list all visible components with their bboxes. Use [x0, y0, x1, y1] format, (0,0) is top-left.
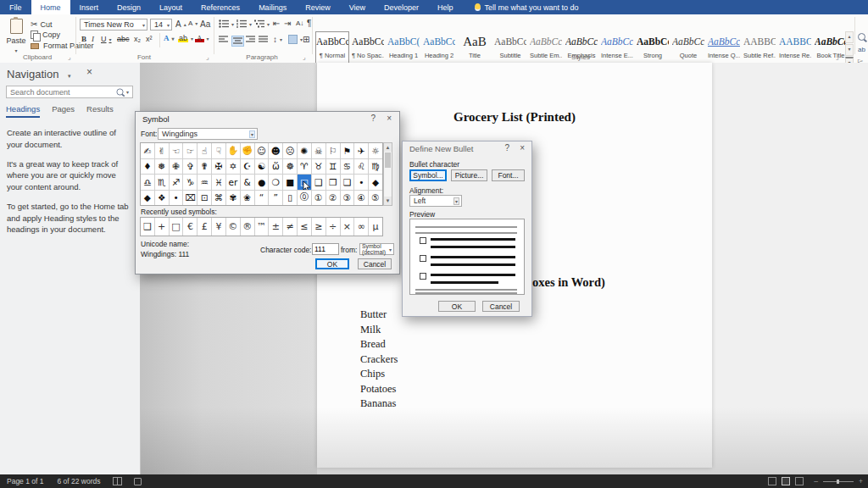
search-input[interactable]	[7, 87, 116, 97]
bullet-symbol-button[interactable]: Symbol...	[409, 169, 447, 181]
scroll-down-icon[interactable]: ▼	[384, 197, 392, 205]
ribbon-tab-file[interactable]: File	[0, 0, 31, 14]
navigation-search-box[interactable]: ▾	[6, 86, 133, 98]
style-chip-subtitle[interactable]: AaBbCcDSubtitle	[493, 31, 527, 65]
symbol-cancel-button[interactable]: Cancel	[358, 258, 392, 269]
symbol-cell[interactable]: ✡	[226, 159, 240, 175]
style-chip-h2[interactable]: AaBbCcIHeading 2	[422, 31, 456, 65]
symbol-cell[interactable]: ⌘	[212, 191, 225, 206]
recent-symbol-cell[interactable]: €	[183, 218, 197, 236]
page-info[interactable]: Page 1 of 1	[7, 477, 43, 485]
symbol-cell[interactable]: ⊡	[198, 191, 211, 206]
bullet-dialog-help-icon[interactable]: ?	[504, 143, 509, 152]
symbol-cell[interactable]: ♋	[341, 159, 354, 175]
recent-symbol-cell[interactable]: ≤	[298, 218, 311, 236]
symbol-cell[interactable]: ♐	[170, 175, 183, 190]
ribbon-tab-view[interactable]: View	[340, 0, 375, 14]
symbol-cell[interactable]: ὥ	[269, 159, 282, 175]
symbol-cell[interactable]: ✋	[226, 143, 240, 158]
recent-symbol-cell[interactable]: ❑	[141, 218, 154, 236]
clipboard-dialog-launcher[interactable]: ⌟	[68, 53, 71, 61]
symbol-cell[interactable]: “	[255, 191, 269, 206]
sort-button[interactable]: A↓	[296, 19, 303, 27]
symbol-cell[interactable]: ✈	[354, 143, 368, 158]
symbol-cell[interactable]: ⓪	[298, 191, 311, 206]
symbol-cell[interactable]: ❀	[241, 191, 254, 206]
bullet-font-button[interactable]: Font...	[492, 169, 525, 181]
symbol-cell[interactable]: ♈	[298, 159, 311, 175]
symbol-cell[interactable]: ✞	[183, 159, 197, 175]
symbol-cell[interactable]: ⌧	[183, 191, 197, 206]
symbol-cell[interactable]: ♎	[141, 175, 154, 190]
symbol-cell[interactable]: ✠	[212, 159, 225, 175]
ribbon-tab-insert[interactable]: Insert	[70, 0, 108, 14]
text-effects-button[interactable]: A▾	[164, 34, 175, 42]
symbol-cell[interactable]: ❒	[326, 175, 340, 190]
symbol-cell[interactable]: ✟	[198, 159, 211, 175]
shrink-font-button[interactable]: A▾	[188, 19, 198, 27]
symbol-cell[interactable]: ⑤	[369, 191, 382, 206]
show-marks-button[interactable]: ¶	[307, 19, 311, 28]
symbol-cell[interactable]: ☪	[241, 159, 254, 175]
symbol-cell[interactable]: ☸	[283, 159, 297, 175]
symbol-cell[interactable]: ☺	[255, 143, 269, 158]
ribbon-tab-design[interactable]: Design	[108, 0, 150, 14]
recent-symbol-cell[interactable]: ™	[255, 218, 269, 236]
symbol-cell[interactable]: ③	[341, 191, 354, 206]
symbol-cell[interactable]: ♑	[183, 175, 197, 190]
symbol-cell[interactable]: ✌	[155, 143, 169, 158]
symbol-cell[interactable]: ”	[269, 191, 282, 206]
recent-symbol-cell[interactable]: ©	[226, 218, 240, 236]
symbol-cell[interactable]: ⚑	[341, 143, 354, 158]
tell-me-box[interactable]: Tell me what you want to do	[475, 0, 579, 14]
bullet-ok-button[interactable]: OK	[438, 301, 476, 312]
recent-symbol-cell[interactable]: ×	[341, 218, 354, 236]
symbol-cell[interactable]: ☻	[269, 143, 282, 158]
bold-button[interactable]: B	[81, 35, 86, 43]
navigation-menu-caret-icon[interactable]: ▾	[68, 73, 71, 80]
nav-tab-pages[interactable]: Pages	[52, 104, 75, 118]
bullet-dialog-close-icon[interactable]: ×	[520, 143, 525, 152]
shading-button[interactable]: ▾	[288, 35, 303, 44]
italic-button[interactable]: I	[92, 35, 94, 43]
symbol-cell[interactable]: ❅	[155, 159, 169, 175]
recent-symbol-cell[interactable]: +	[155, 218, 169, 236]
align-right-button[interactable]	[246, 36, 255, 43]
grow-font-button[interactable]: A▴	[175, 19, 186, 29]
symbol-cell[interactable]: ◆	[141, 191, 154, 206]
nav-tab-results[interactable]: Results	[86, 104, 114, 118]
bullet-cancel-button[interactable]: Cancel	[482, 301, 520, 312]
ribbon-tab-layout[interactable]: Layout	[150, 0, 192, 14]
zoom-slider[interactable]	[823, 481, 854, 482]
symbol-cell[interactable]: ✾	[226, 191, 240, 206]
borders-button[interactable]: ⊞	[303, 35, 309, 44]
style-chip-nospace[interactable]: AaBbCcI¶ No Spac...	[351, 31, 385, 65]
style-chip-intense-ref[interactable]: AABBCCIntense Re...	[778, 31, 812, 65]
symbol-cell[interactable]: ☯	[255, 159, 269, 175]
recent-symbol-cell[interactable]: ±	[269, 218, 282, 236]
superscript-button[interactable]: x²	[146, 35, 153, 43]
ribbon-tab-home[interactable]: Home	[31, 0, 70, 14]
recent-symbol-cell[interactable]: □	[170, 218, 183, 236]
symbol-font-combo[interactable]: Wingdings ▾	[158, 128, 258, 140]
ribbon-tab-review[interactable]: Review	[296, 0, 340, 14]
symbol-cell[interactable]: ✙	[170, 159, 183, 175]
symbol-cell[interactable]: ♊	[326, 159, 340, 175]
symbol-cell[interactable]: ①	[312, 191, 326, 206]
symbol-cell[interactable]: ❖	[155, 191, 169, 206]
symbol-cell[interactable]: ♓	[212, 175, 225, 190]
style-chip-quote[interactable]: AaBbCcIQuote	[671, 31, 705, 65]
symbol-cell[interactable]: ❏	[341, 175, 354, 190]
replace-button[interactable]: ab	[858, 46, 868, 53]
ribbon-tab-developer[interactable]: Developer	[375, 0, 428, 14]
character-code-input[interactable]	[312, 243, 339, 255]
symbol-cell[interactable]: ☹	[283, 143, 297, 158]
symbol-cell[interactable]: ◆	[369, 175, 382, 190]
symbol-cell[interactable]: ☞	[183, 143, 197, 158]
symbol-dialog-title[interactable]: Symbol	[142, 114, 170, 124]
recent-symbol-cell[interactable]: ≠	[283, 218, 297, 236]
multilevel-list-button[interactable]: ▾	[254, 19, 270, 28]
print-layout-icon[interactable]	[782, 477, 790, 485]
styles-scroll-up-button[interactable]: ▴	[845, 31, 854, 43]
alignment-combo[interactable]: Left ▾	[409, 195, 462, 207]
